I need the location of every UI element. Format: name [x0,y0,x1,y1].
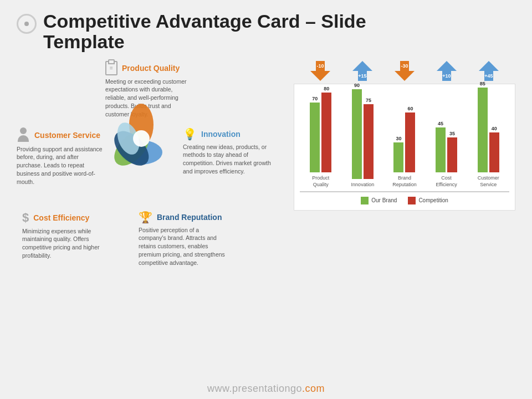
left-panel: Product Quality Meeting or exceeding cus… [17,61,283,238]
legend-our-brand-label: Our Brand [371,197,397,203]
bar-green-4: 85 [478,81,488,172]
bar-group-2: 30 60 BrandReputation [386,106,422,188]
bar-group-1: 90 75 Innovation [345,83,381,188]
category-brand-reputation: 🏆 Brand Reputation Positive perception o… [139,211,227,267]
arrow-group-4: +45 [469,61,508,81]
legend-competition-label: Competition [418,197,448,203]
legend-our-brand: Our Brand [361,197,397,204]
bar-red-0: 80 [321,86,331,172]
arrow-group-0: -10 [301,61,340,81]
innovation-title: Innovation [201,130,241,139]
cost-efficiency-desc: Minimizing expenses while maintaining qu… [22,227,111,260]
bar-red-1: 75 [364,98,374,179]
category-innovation: 💡 Innovation Creating new ideas, product… [183,127,272,176]
category-customer-service: Customer Service Providing support and a… [17,127,105,186]
bar-red-2: 60 [405,106,415,172]
chart-legend: Our Brand Competition [300,197,509,204]
petal-diagram [97,94,186,183]
bar-pair-0: 70 80 [310,86,331,172]
header: Competitive Advantage Card – Slide Templ… [17,11,515,53]
legend-red-box [408,197,416,204]
bar-pair-1: 90 75 [352,83,374,179]
bar-red-4: 40 [489,126,499,172]
legend-green-box [361,197,369,204]
clipboard-icon [105,61,117,75]
bar-green-2: 30 [393,136,403,172]
title-line2: Template [43,31,125,52]
bar-red-3: 35 [447,131,457,172]
footer-tld: .com [302,383,325,394]
brand-reputation-title: Brand Reputation [157,213,222,222]
header-icon [17,14,37,34]
footer: www.presentationgo.com [0,383,532,395]
arrow-group-3: +10 [427,61,466,81]
bar-green-0: 70 [310,96,320,172]
bars-container: 70 80 ProductQuality 90 75 [300,93,509,192]
slide: Competitive Advantage Card – Slide Templ… [0,0,532,399]
bar-pair-4: 85 40 [478,81,499,172]
bar-group-3: 45 35 CostEfficiency [428,121,464,188]
dollar-icon: $ [22,211,29,225]
diagram-area: Product Quality Meeting or exceeding cus… [17,61,283,238]
legend-competition: Competition [408,197,448,204]
customer-service-desc: Providing support and assistance before,… [17,145,105,186]
arrow-group-2: -30 [385,61,424,81]
brand-reputation-desc: Positive perception of a company's brand… [139,226,227,267]
bar-pair-2: 30 60 [393,106,415,172]
page-title: Competitive Advantage Card – Slide Templ… [43,11,366,53]
innovation-desc: Creating new ideas, products, or methods… [183,143,272,176]
title-line1: Competitive Advantage Card – Slide [43,11,366,32]
cost-efficiency-title: Cost Efficiency [33,213,89,222]
trophy-icon: 🏆 [139,211,152,224]
person-icon [17,127,30,143]
arrow-group-1: +15 [343,61,382,81]
bar-group-0: 70 80 ProductQuality [303,86,339,188]
footer-text: www.presentationgo [207,383,302,394]
bar-green-1: 90 [352,83,362,179]
main-content: Product Quality Meeting or exceeding cus… [17,61,515,238]
bar-pair-3: 45 35 [436,121,457,172]
svg-point-5 [133,130,150,147]
product-quality-title: Product Quality [122,64,180,73]
bar-group-4: 85 40 CustomerService [470,81,507,188]
category-cost-efficiency: $ Cost Efficiency Minimizing expenses wh… [22,211,111,260]
customer-service-title: Customer Service [34,131,100,140]
bar-green-3: 45 [436,121,446,172]
bar-chart: 70 80 ProductQuality 90 75 [294,84,515,211]
right-panel: -10 +15 -30 +10 +45 [294,61,515,238]
arrows-row: -10 +15 -30 +10 +45 [294,61,515,81]
